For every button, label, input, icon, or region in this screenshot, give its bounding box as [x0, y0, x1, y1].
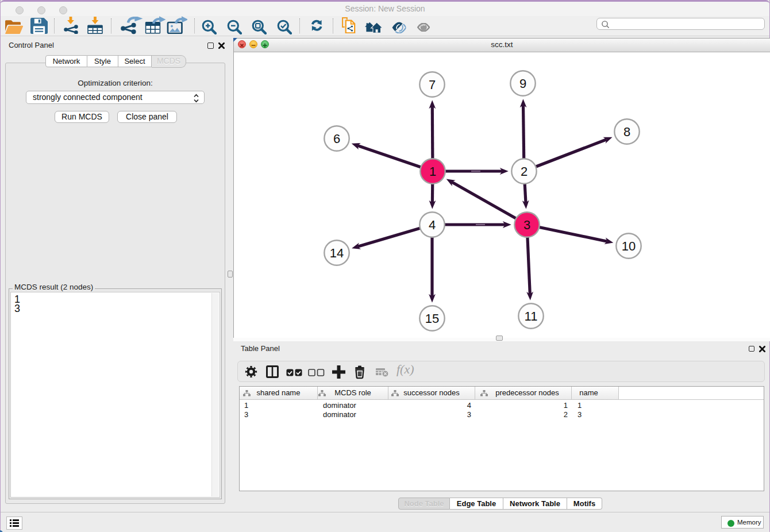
svg-text:8: 8	[623, 125, 630, 139]
svg-text:4: 4	[429, 218, 436, 232]
svg-text:11: 11	[525, 309, 538, 323]
svg-text:7: 7	[429, 78, 436, 92]
svg-text:2: 2	[521, 164, 528, 179]
svg-text:15: 15	[425, 311, 439, 326]
svg-text:9: 9	[519, 76, 526, 91]
svg-text:3: 3	[523, 218, 530, 232]
svg-text:1: 1	[429, 164, 436, 179]
svg-text:14: 14	[330, 246, 344, 260]
svg-text:10: 10	[622, 239, 636, 253]
svg-text:6: 6	[333, 132, 340, 146]
